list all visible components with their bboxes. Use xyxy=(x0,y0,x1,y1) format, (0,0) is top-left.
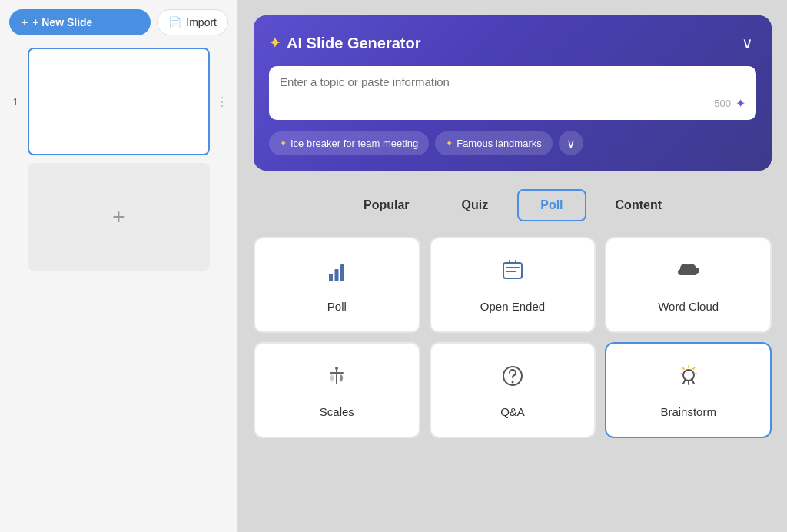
scales-icon xyxy=(323,362,350,396)
ai-title-text: AI Slide Generator xyxy=(287,35,421,52)
svg-rect-2 xyxy=(340,264,344,281)
ai-generator-panel: ✦ AI Slide Generator ∨ 500 ✦ ✦ Ice break… xyxy=(254,15,772,171)
slide-item-add: + xyxy=(9,163,228,271)
chevron-down-icon: ∨ xyxy=(742,35,753,52)
slide-item-1: 1 ⋮ xyxy=(9,48,228,155)
ai-input-wrapper: 500 ✦ xyxy=(269,66,756,120)
ai-input-meta: 500 ✦ xyxy=(714,96,745,111)
qa-icon xyxy=(499,362,526,396)
import-file-icon: 📄 xyxy=(168,16,181,28)
suggestion-label-1: Ice breaker for team meeting xyxy=(291,138,418,149)
tab-content[interactable]: Content xyxy=(593,189,685,221)
ai-panel-collapse-button[interactable]: ∨ xyxy=(739,31,756,55)
ai-sparkle-icon: ✦ xyxy=(269,35,281,52)
svg-line-16 xyxy=(682,368,684,370)
new-slide-button[interactable]: + + New Slide xyxy=(9,9,151,35)
brainstorm-label: Brainstorm xyxy=(660,405,716,418)
tab-quiz[interactable]: Quiz xyxy=(439,189,512,221)
slide-type-open-ended[interactable]: Open Ended xyxy=(430,237,596,333)
slide-types-grid: Poll Open Ended Word Cloud xyxy=(254,237,772,438)
ai-topic-input[interactable] xyxy=(280,75,714,101)
slide-list: 1 ⋮ + xyxy=(9,48,228,271)
svg-rect-0 xyxy=(329,274,333,281)
slide-type-scales[interactable]: Scales xyxy=(254,342,420,438)
chip-sparkle-icon-2: ✦ xyxy=(446,138,453,148)
scales-label: Scales xyxy=(320,405,354,418)
tab-content-label: Content xyxy=(616,198,662,211)
char-count: 500 xyxy=(714,98,731,109)
tab-poll-label: Poll xyxy=(540,198,563,211)
suggestion-label-2: Famous landmarks xyxy=(457,138,542,149)
poll-icon xyxy=(323,257,350,291)
slide-type-brainstorm[interactable]: Brainstorm xyxy=(605,342,772,438)
sidebar: + + New Slide 📄 Import 1 ⋮ + xyxy=(0,0,238,532)
tab-quiz-label: Quiz xyxy=(462,198,489,211)
ai-magic-icon[interactable]: ✦ xyxy=(736,96,745,111)
open-ended-icon xyxy=(499,257,526,291)
import-button[interactable]: 📄 Import xyxy=(157,9,228,35)
slide-type-word-cloud[interactable]: Word Cloud xyxy=(605,237,772,333)
plus-icon: + xyxy=(22,16,28,28)
poll-label: Poll xyxy=(327,300,347,313)
slide-type-qa[interactable]: Q&A xyxy=(430,342,596,438)
new-slide-label: + New Slide xyxy=(32,16,92,28)
slide-number-1: 1 xyxy=(9,96,22,108)
word-cloud-label: Word Cloud xyxy=(658,300,719,313)
main-content: ✦ AI Slide Generator ∨ 500 ✦ ✦ Ice break… xyxy=(238,0,787,532)
slide-options-icon[interactable]: ⋮ xyxy=(216,95,228,109)
slide-thumbnail-1[interactable] xyxy=(28,48,210,155)
add-slide-icon: + xyxy=(112,204,125,229)
slide-type-poll[interactable]: Poll xyxy=(254,237,420,333)
suggestion-chip-ice-breaker[interactable]: ✦ Ice breaker for team meeting xyxy=(269,131,429,155)
qa-label: Q&A xyxy=(500,405,525,418)
word-cloud-icon xyxy=(675,257,702,291)
chevron-down-icon-2: ∨ xyxy=(566,136,576,151)
import-label: Import xyxy=(186,16,217,28)
tab-poll[interactable]: Poll xyxy=(517,189,586,221)
open-ended-label: Open Ended xyxy=(480,300,545,313)
brainstorm-icon xyxy=(675,362,702,396)
sidebar-toolbar: + + New Slide 📄 Import xyxy=(9,9,228,35)
svg-line-15 xyxy=(693,368,695,370)
slide-type-tabs: Popular Quiz Poll Content xyxy=(254,189,772,221)
add-slide-button[interactable]: + xyxy=(28,163,210,271)
svg-point-10 xyxy=(335,367,338,370)
ai-suggestions: ✦ Ice breaker for team meeting ✦ Famous … xyxy=(269,131,756,155)
svg-rect-1 xyxy=(335,269,339,281)
suggestion-chip-landmarks[interactable]: ✦ Famous landmarks xyxy=(435,131,553,155)
suggestion-more-button[interactable]: ∨ xyxy=(559,131,583,155)
ai-panel-header: ✦ AI Slide Generator ∨ xyxy=(269,31,756,55)
ai-panel-title: ✦ AI Slide Generator xyxy=(269,35,421,52)
tab-popular-label: Popular xyxy=(364,198,410,211)
tab-popular[interactable]: Popular xyxy=(340,189,433,221)
chip-sparkle-icon-1: ✦ xyxy=(280,138,287,148)
svg-point-12 xyxy=(511,381,513,384)
